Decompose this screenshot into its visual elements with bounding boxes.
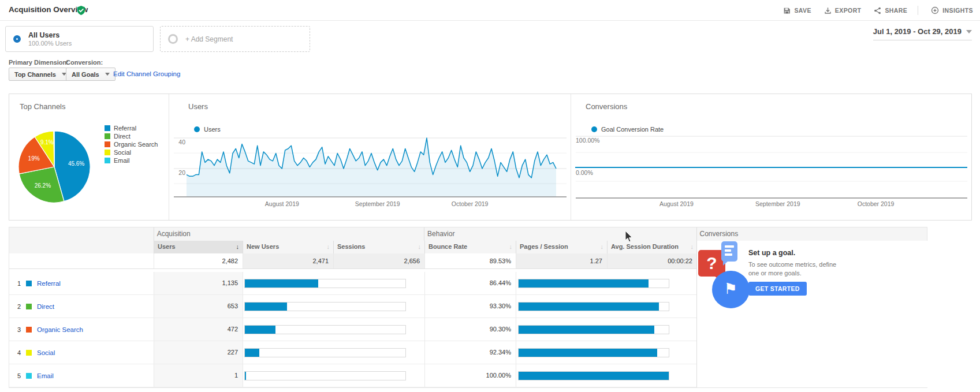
sort-arrow-icon: ↓ <box>509 241 513 253</box>
goal-desc-line2: one or more goals. <box>748 269 836 278</box>
legend-label: Direct <box>114 133 131 140</box>
bounce-rate-bar-box <box>518 302 669 311</box>
get-started-button[interactable]: GET STARTED <box>748 282 807 296</box>
segment-circle-icon <box>13 35 21 43</box>
save-button[interactable]: SAVE <box>783 7 811 14</box>
users-bar-cell <box>243 272 424 294</box>
users-bar-box <box>244 302 406 311</box>
export-label: EXPORT <box>835 7 862 14</box>
users-bar-fill <box>245 303 287 311</box>
row-rank: 2 <box>14 303 21 310</box>
legend-swatch-icon <box>105 150 110 155</box>
conversions-chart-panel: Conversions Goal Conversion Rate 100.00%… <box>571 94 971 220</box>
goal-flag-icon: ⚑ <box>712 271 750 308</box>
primary-dimension-dropdown[interactable]: Top Channels <box>9 68 72 81</box>
date-range-value: Jul 1, 2019 - Oct 29, 2019 <box>873 27 962 36</box>
users-bar-fill <box>245 349 259 357</box>
bounce-rate-bar-box <box>518 348 669 357</box>
channel-link[interactable]: Organic Search <box>37 326 83 333</box>
pie-slice-label: 45.6% <box>68 160 84 167</box>
goal-desc-line1: To see outcome metrics, define <box>748 260 836 269</box>
bounce-rate-bar-box <box>518 279 669 288</box>
sort-arrow-icon: ↓ <box>418 241 422 253</box>
add-segment-button[interactable]: + Add Segment <box>160 26 310 52</box>
group-header-blank <box>9 227 154 241</box>
bounce-rate-bar-fill <box>519 303 659 311</box>
legend-label: Social <box>114 149 131 156</box>
conversions-goal-panel: ? ⚑ Set up a goal. To see outcome metric… <box>696 241 927 387</box>
totals-value: 2,482 <box>154 253 243 268</box>
row-rank: 3 <box>14 326 21 333</box>
channel-cell: 5Email <box>9 364 154 387</box>
column-header-sessions[interactable]: Sessions↓ <box>333 241 424 253</box>
bounce-rate-bar-cell <box>516 364 697 387</box>
users-bar-cell <box>243 341 424 364</box>
bounce-rate-bar-cell <box>516 272 697 294</box>
legend-label: Organic Search <box>114 141 158 148</box>
sort-arrow-icon: ↓ <box>601 241 604 253</box>
column-header-bounce-rate[interactable]: Bounce Rate↓ <box>424 241 516 253</box>
legend-swatch-icon <box>105 133 110 139</box>
x-axis-label: September 2019 <box>755 200 800 207</box>
totals-value: 00:00:22 <box>607 253 697 268</box>
users-bar-box <box>244 371 406 380</box>
channel-cell: 3Organic Search <box>9 318 154 341</box>
users-value-cell: 1 <box>154 364 243 387</box>
x-axis-label: October 2019 <box>452 200 489 207</box>
list-bubble-icon <box>721 241 737 262</box>
totals-blank <box>9 253 154 268</box>
sort-arrow-icon: ↓ <box>691 241 694 253</box>
pie-legend-item-social: Social <box>105 148 158 156</box>
channel-color-swatch-icon <box>26 304 32 309</box>
share-button[interactable]: SHARE <box>874 7 907 14</box>
save-icon <box>783 7 791 14</box>
bounce-rate-bar-box <box>518 371 669 380</box>
channel-link[interactable]: Referral <box>37 280 61 287</box>
users-value-cell: 653 <box>154 295 243 318</box>
totals-value: 2,471 <box>243 253 333 268</box>
channel-cell: 4Social <box>9 341 154 364</box>
analytics-acquisition-overview-page: Acquisition Overview SAVEEXPORTSHAREINSI… <box>0 0 980 392</box>
channel-link[interactable]: Social <box>37 349 55 356</box>
export-button[interactable]: EXPORT <box>824 7 862 14</box>
segment-detail: 100.00% Users <box>28 40 72 47</box>
channel-color-swatch-icon <box>26 327 32 333</box>
charts-card: Top Channels 45.6%26.2%19%9.1% ReferralD… <box>9 94 972 221</box>
insights-button[interactable]: INSIGHTS <box>931 6 973 14</box>
goal-panel-title: Set up a goal. <box>748 249 795 257</box>
users-chart-panel: Users Users 40 20 August 2019September 2… <box>169 94 571 220</box>
bounce-rate-value-cell: 90.30% <box>424 318 516 341</box>
pie-legend-item-direct: Direct <box>105 132 158 140</box>
segment-all-users[interactable]: All Users 100.00% Users <box>5 26 154 52</box>
users-bar-cell <box>243 364 424 387</box>
legend-label: Referral <box>114 125 136 132</box>
column-header-pages-session[interactable]: Pages / Session↓ <box>516 241 607 253</box>
group-header-acquisition: Acquisition <box>154 227 424 241</box>
column-header-users[interactable]: Users↓ <box>154 241 243 253</box>
conversion-label: Conversion: <box>66 59 103 66</box>
channel-link[interactable]: Direct <box>37 303 54 310</box>
channel-color-swatch-icon <box>26 350 32 356</box>
date-range-selector[interactable]: Jul 1, 2019 - Oct 29, 2019 <box>873 27 972 40</box>
segment-name: All Users <box>28 31 72 40</box>
page-title: Acquisition Overview <box>9 5 88 14</box>
conversion-dropdown[interactable]: All Goals <box>66 68 115 81</box>
bounce-rate-bar-box <box>518 325 669 334</box>
edit-channel-grouping-link[interactable]: Edit Channel Grouping <box>113 70 180 77</box>
channel-color-swatch-icon <box>26 281 32 286</box>
bounce-rate-bar-cell <box>516 318 697 341</box>
share-icon <box>874 7 881 14</box>
x-axis-label: October 2019 <box>858 200 895 207</box>
bounce-rate-value-cell: 92.34% <box>424 341 516 364</box>
date-dropdown-caret-icon <box>966 30 972 33</box>
segment-row: All Users 100.00% Users + Add Segment Ju… <box>0 21 980 57</box>
export-icon <box>824 7 832 14</box>
bounce-rate-bar-fill <box>519 279 649 288</box>
column-header-new-users[interactable]: New Users↓ <box>243 241 333 253</box>
row-rank: 1 <box>14 280 21 287</box>
column-header-avg-session-duration[interactable]: Avg. Session Duration↓ <box>607 241 697 253</box>
channel-link[interactable]: Email <box>37 372 54 379</box>
users-value-cell: 1,135 <box>154 272 243 294</box>
users-value-cell: 227 <box>154 341 243 364</box>
primary-dimension-value: Top Channels <box>14 71 56 78</box>
